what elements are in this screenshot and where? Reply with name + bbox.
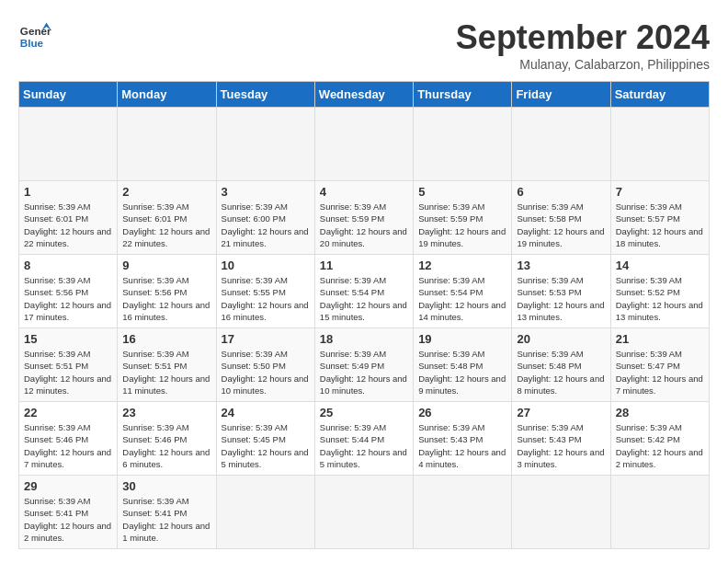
day-number: 6 — [517, 185, 605, 199]
svg-text:Blue: Blue — [20, 37, 44, 49]
calendar-cell: 12Sunrise: 5:39 AMSunset: 5:54 PMDayligh… — [414, 255, 512, 328]
weekday-header-wednesday: Wednesday — [314, 82, 413, 108]
logo: General Blue — [18, 18, 51, 52]
calendar-cell: 2Sunrise: 5:39 AMSunset: 6:01 PMDaylight… — [118, 181, 216, 255]
title-block: September 2024 Mulanay, Calabarzon, Phil… — [456, 18, 710, 72]
calendar-cell — [610, 476, 709, 549]
calendar-cell: 20Sunrise: 5:39 AMSunset: 5:48 PMDayligh… — [512, 328, 610, 402]
day-number: 20 — [517, 332, 605, 346]
calendar-cell: 1Sunrise: 5:39 AMSunset: 6:01 PMDaylight… — [19, 181, 118, 255]
calendar-cell: 3Sunrise: 5:39 AMSunset: 6:00 PMDaylight… — [216, 181, 314, 255]
calendar-cell: 15Sunrise: 5:39 AMSunset: 5:51 PMDayligh… — [19, 328, 118, 402]
day-number: 8 — [24, 259, 112, 272]
calendar-cell: 27Sunrise: 5:39 AMSunset: 5:43 PMDayligh… — [512, 402, 610, 476]
calendar-cell: 9Sunrise: 5:39 AMSunset: 5:56 PMDaylight… — [118, 255, 216, 328]
day-number: 28 — [616, 406, 704, 419]
day-number: 26 — [418, 406, 506, 419]
day-number: 3 — [222, 185, 310, 199]
calendar-cell: 19Sunrise: 5:39 AMSunset: 5:48 PMDayligh… — [414, 328, 512, 402]
day-number: 9 — [122, 259, 210, 272]
weekday-header-sunday: Sunday — [19, 82, 118, 108]
cell-detail: Sunrise: 5:39 AMSunset: 5:53 PMDaylight:… — [517, 274, 605, 323]
day-number: 29 — [24, 479, 112, 493]
calendar-cell: 6Sunrise: 5:39 AMSunset: 5:58 PMDaylight… — [512, 181, 610, 255]
day-number: 22 — [24, 406, 112, 419]
day-number: 21 — [616, 332, 704, 346]
calendar-cell: 7Sunrise: 5:39 AMSunset: 5:57 PMDaylight… — [610, 181, 709, 255]
cell-detail: Sunrise: 5:39 AMSunset: 5:52 PMDaylight:… — [616, 274, 704, 323]
calendar-cell — [314, 476, 413, 549]
location: Mulanay, Calabarzon, Philippines — [456, 57, 710, 72]
calendar-cell: 26Sunrise: 5:39 AMSunset: 5:43 PMDayligh… — [414, 402, 512, 476]
cell-detail: Sunrise: 5:39 AMSunset: 5:56 PMDaylight:… — [122, 274, 210, 323]
calendar-cell: 29Sunrise: 5:39 AMSunset: 5:41 PMDayligh… — [19, 476, 118, 549]
calendar-cell — [314, 108, 413, 181]
calendar-cell — [216, 108, 314, 181]
cell-detail: Sunrise: 5:39 AMSunset: 5:51 PMDaylight:… — [122, 348, 210, 396]
calendar-cell — [512, 108, 610, 181]
calendar-cell: 10Sunrise: 5:39 AMSunset: 5:55 PMDayligh… — [216, 255, 314, 328]
page-header: General Blue September 2024 Mulanay, Cal… — [18, 18, 710, 72]
cell-detail: Sunrise: 5:39 AMSunset: 5:55 PMDaylight:… — [222, 274, 310, 323]
calendar-cell — [512, 476, 610, 549]
cell-detail: Sunrise: 5:39 AMSunset: 5:43 PMDaylight:… — [517, 421, 605, 470]
calendar-cell: 4Sunrise: 5:39 AMSunset: 5:59 PMDaylight… — [314, 181, 413, 255]
day-number: 18 — [320, 332, 408, 346]
cell-detail: Sunrise: 5:39 AMSunset: 5:57 PMDaylight:… — [616, 201, 704, 249]
weekday-header-thursday: Thursday — [414, 82, 512, 108]
weekday-header-tuesday: Tuesday — [216, 82, 314, 108]
cell-detail: Sunrise: 5:39 AMSunset: 5:48 PMDaylight:… — [517, 348, 605, 396]
calendar-cell: 30Sunrise: 5:39 AMSunset: 5:41 PMDayligh… — [118, 476, 216, 549]
calendar-cell: 13Sunrise: 5:39 AMSunset: 5:53 PMDayligh… — [512, 255, 610, 328]
cell-detail: Sunrise: 5:39 AMSunset: 5:47 PMDaylight:… — [616, 348, 704, 396]
calendar-table: SundayMondayTuesdayWednesdayThursdayFrid… — [18, 81, 710, 549]
cell-detail: Sunrise: 5:39 AMSunset: 5:44 PMDaylight:… — [320, 421, 408, 470]
cell-detail: Sunrise: 5:39 AMSunset: 5:43 PMDaylight:… — [418, 421, 506, 470]
cell-detail: Sunrise: 5:39 AMSunset: 5:41 PMDaylight:… — [122, 495, 210, 544]
cell-detail: Sunrise: 5:39 AMSunset: 5:41 PMDaylight:… — [24, 495, 112, 544]
calendar-cell: 14Sunrise: 5:39 AMSunset: 5:52 PMDayligh… — [610, 255, 709, 328]
cell-detail: Sunrise: 5:39 AMSunset: 5:54 PMDaylight:… — [320, 274, 408, 323]
calendar-cell: 25Sunrise: 5:39 AMSunset: 5:44 PMDayligh… — [314, 402, 413, 476]
calendar-cell: 28Sunrise: 5:39 AMSunset: 5:42 PMDayligh… — [610, 402, 709, 476]
cell-detail: Sunrise: 5:39 AMSunset: 5:59 PMDaylight:… — [320, 201, 408, 249]
day-number: 23 — [122, 406, 210, 419]
day-number: 10 — [222, 259, 310, 272]
cell-detail: Sunrise: 5:39 AMSunset: 6:01 PMDaylight:… — [24, 201, 112, 249]
calendar-cell — [216, 476, 314, 549]
calendar-cell: 23Sunrise: 5:39 AMSunset: 5:46 PMDayligh… — [118, 402, 216, 476]
cell-detail: Sunrise: 5:39 AMSunset: 5:59 PMDaylight:… — [418, 201, 506, 249]
cell-detail: Sunrise: 5:39 AMSunset: 6:00 PMDaylight:… — [222, 201, 310, 249]
calendar-cell — [118, 108, 216, 181]
cell-detail: Sunrise: 5:39 AMSunset: 5:49 PMDaylight:… — [320, 348, 408, 396]
day-number: 25 — [320, 406, 408, 419]
day-number: 30 — [122, 479, 210, 493]
day-number: 12 — [418, 259, 506, 272]
day-number: 7 — [616, 185, 704, 199]
weekday-header-saturday: Saturday — [610, 82, 709, 108]
calendar-cell: 11Sunrise: 5:39 AMSunset: 5:54 PMDayligh… — [314, 255, 413, 328]
calendar-cell — [19, 108, 118, 181]
calendar-cell: 18Sunrise: 5:39 AMSunset: 5:49 PMDayligh… — [314, 328, 413, 402]
cell-detail: Sunrise: 5:39 AMSunset: 5:46 PMDaylight:… — [24, 421, 112, 470]
cell-detail: Sunrise: 5:39 AMSunset: 5:56 PMDaylight:… — [24, 274, 112, 323]
day-number: 13 — [517, 259, 605, 272]
cell-detail: Sunrise: 5:39 AMSunset: 5:50 PMDaylight:… — [222, 348, 310, 396]
weekday-header-monday: Monday — [118, 82, 216, 108]
day-number: 24 — [222, 406, 310, 419]
calendar-cell: 22Sunrise: 5:39 AMSunset: 5:46 PMDayligh… — [19, 402, 118, 476]
cell-detail: Sunrise: 5:39 AMSunset: 5:58 PMDaylight:… — [517, 201, 605, 249]
day-number: 4 — [320, 185, 408, 199]
calendar-cell — [610, 108, 709, 181]
day-number: 2 — [122, 185, 210, 199]
calendar-cell — [414, 476, 512, 549]
cell-detail: Sunrise: 5:39 AMSunset: 5:54 PMDaylight:… — [418, 274, 506, 323]
calendar-cell — [414, 108, 512, 181]
day-number: 15 — [24, 332, 112, 346]
cell-detail: Sunrise: 5:39 AMSunset: 5:42 PMDaylight:… — [616, 421, 704, 470]
cell-detail: Sunrise: 5:39 AMSunset: 5:48 PMDaylight:… — [418, 348, 506, 396]
logo-icon: General Blue — [18, 18, 51, 52]
month-title: September 2024 — [456, 18, 710, 57]
calendar-cell: 16Sunrise: 5:39 AMSunset: 5:51 PMDayligh… — [118, 328, 216, 402]
day-number: 11 — [320, 259, 408, 272]
